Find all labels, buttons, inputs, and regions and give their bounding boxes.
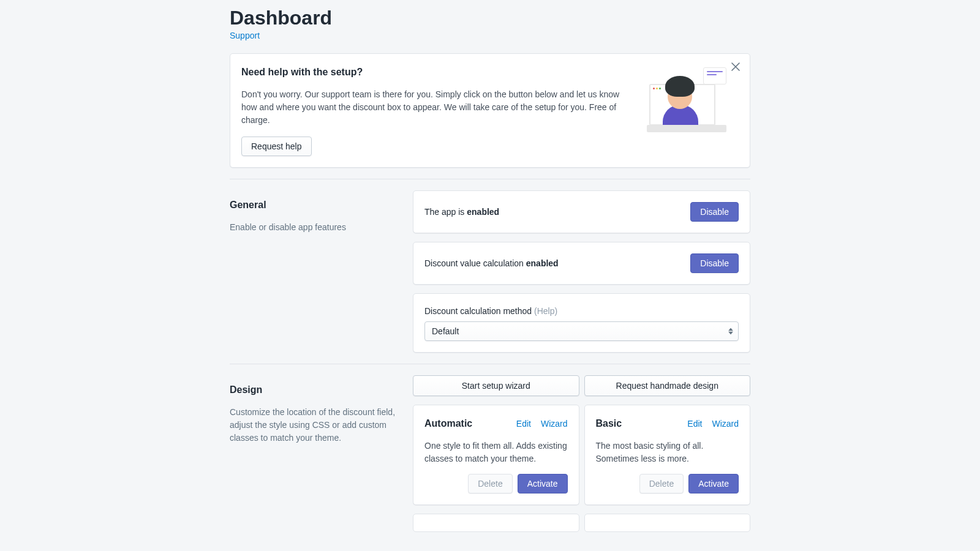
page-title: Dashboard xyxy=(230,6,750,29)
design-card-desc: One style to fit them all. Adds existing… xyxy=(424,440,568,465)
design-card-partial xyxy=(413,514,579,532)
page-header: Dashboard Support xyxy=(230,6,750,42)
breadcrumb-support-link[interactable]: Support xyxy=(230,31,260,40)
discount-calc-row: Discount value calculation enabled Disab… xyxy=(413,242,750,285)
calc-method-label: Discount calculation method (Help) xyxy=(424,305,739,318)
close-icon[interactable] xyxy=(729,60,742,75)
wizard-link[interactable]: Wizard xyxy=(541,418,568,430)
banner-title: Need help with the setup? xyxy=(241,65,635,80)
partial-cards-row xyxy=(413,514,750,532)
design-card-title: Basic xyxy=(596,416,622,431)
activate-button[interactable]: Activate xyxy=(688,474,739,493)
design-card-desc: The most basic styling of all. Sometimes… xyxy=(596,440,739,465)
activate-button[interactable]: Activate xyxy=(518,474,568,493)
calc-method-select[interactable]: Default xyxy=(424,321,739,341)
discount-calc-text: Discount value calculation enabled xyxy=(424,257,559,270)
request-help-button[interactable]: Request help xyxy=(241,137,312,156)
calc-method-help-link[interactable]: (Help) xyxy=(534,306,557,316)
disable-discount-calc-button[interactable]: Disable xyxy=(690,253,739,273)
divider xyxy=(230,364,750,364)
general-desc: Enable or disable app features xyxy=(230,221,398,234)
banner-text: Don't you worry. Our support team is the… xyxy=(241,88,633,127)
delete-button[interactable]: Delete xyxy=(639,474,684,493)
edit-link[interactable]: Edit xyxy=(687,418,702,430)
design-title: Design xyxy=(230,383,398,397)
calc-method-block: Discount calculation method (Help) Defau… xyxy=(413,293,750,353)
request-handmade-design-button[interactable]: Request handmade design xyxy=(584,375,751,396)
design-card-basic: Basic Edit Wizard The most basic styling… xyxy=(584,405,751,505)
design-section: Design Customize the location of the dis… xyxy=(230,375,750,532)
design-card-partial xyxy=(584,514,751,532)
start-setup-wizard-button[interactable]: Start setup wizard xyxy=(413,375,579,396)
help-banner: Need help with the setup? Don't you worr… xyxy=(230,53,750,168)
edit-link[interactable]: Edit xyxy=(516,418,531,430)
general-section: General Enable or disable app features T… xyxy=(230,190,750,353)
app-enabled-row: The app is enabled Disable xyxy=(413,190,750,233)
delete-button[interactable]: Delete xyxy=(468,474,512,493)
support-illustration xyxy=(647,65,726,132)
design-desc: Customize the location of the discount f… xyxy=(230,406,398,444)
general-title: General xyxy=(230,198,398,212)
disable-app-button[interactable]: Disable xyxy=(690,202,739,222)
design-card-title: Automatic xyxy=(424,416,472,431)
design-card-automatic: Automatic Edit Wizard One style to fit t… xyxy=(413,405,579,505)
divider xyxy=(230,179,750,179)
wizard-link[interactable]: Wizard xyxy=(712,418,739,430)
app-status-text: The app is enabled xyxy=(424,206,499,219)
